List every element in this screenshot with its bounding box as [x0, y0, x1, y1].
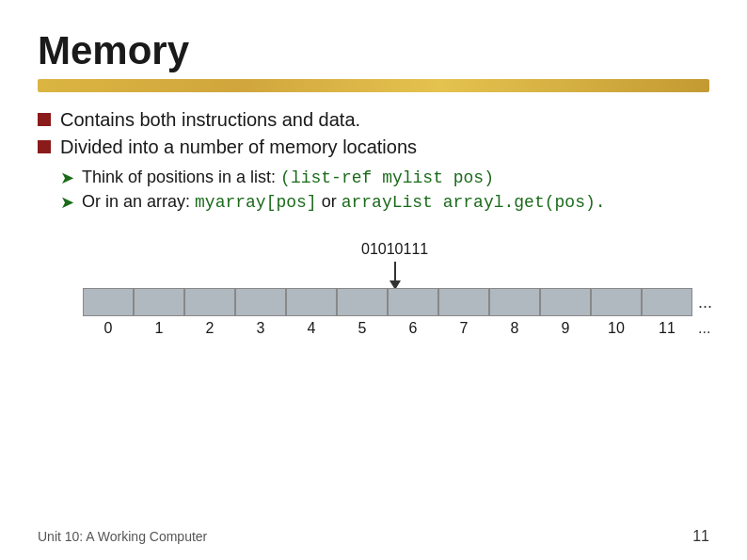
sub2-code1: myarray[pos] [195, 193, 317, 212]
sub1-code: (list-ref mylist pos) [280, 168, 494, 187]
diagram-area: 01010111 [38, 241, 709, 337]
memory-ellipsis: ... [698, 293, 712, 312]
bullet-item-2: Divided into a number of memory location… [38, 136, 709, 158]
memory-cell-1 [134, 288, 184, 316]
index-1: 1 [134, 320, 184, 337]
index-ellipsis: ... [698, 320, 710, 337]
arrow-bullet-1: ➤ [60, 168, 74, 188]
memory-row: ... [83, 288, 712, 316]
bullet-item-1: Contains both instructions and data. [38, 109, 709, 131]
sub-bullet-text-1: Think of positions in a list: (list-ref … [82, 168, 494, 187]
memory-cell-10 [591, 288, 642, 316]
sub1-prefix: Think of positions in a list: [82, 168, 280, 186]
index-11: 11 [642, 320, 692, 337]
binary-label: 01010111 [361, 241, 428, 258]
bullet-square-2 [38, 140, 51, 153]
index-7: 7 [438, 320, 489, 337]
footer-right: 11 [692, 528, 709, 545]
sub2-middle: or [317, 192, 342, 211]
index-2: 2 [184, 320, 235, 337]
bullet-text-2: Divided into a number of memory location… [60, 136, 417, 158]
memory-cell-2 [184, 288, 235, 316]
page-title: Memory [38, 28, 709, 73]
title-underline [38, 79, 709, 92]
memory-cell-8 [489, 288, 540, 316]
memory-cell-7 [438, 288, 489, 316]
slide: Memory Contains both instructions and da… [0, 0, 747, 560]
memory-cell-11 [642, 288, 692, 316]
memory-cell-5 [337, 288, 388, 316]
index-0: 0 [83, 320, 134, 337]
index-8: 8 [489, 320, 540, 337]
memory-cell-0 [83, 288, 134, 316]
memory-cell-6 [388, 288, 438, 316]
arrow-bullet-2: ➤ [60, 192, 74, 213]
sub2-code2: arrayList arrayl.get(pos). [342, 193, 606, 212]
sub2-prefix: Or in an array: [82, 192, 195, 211]
index-row: 0 1 2 3 4 5 6 7 8 9 10 11 ... [83, 320, 710, 337]
main-bullet-list: Contains both instructions and data. Div… [38, 109, 709, 158]
bullet-square-1 [38, 113, 51, 126]
memory-cells [83, 288, 692, 316]
index-9: 9 [540, 320, 591, 337]
sub-bullet-list: ➤ Think of positions in a list: (list-re… [60, 168, 709, 213]
index-10: 10 [591, 320, 642, 337]
index-4: 4 [286, 320, 337, 337]
memory-cell-4 [286, 288, 337, 316]
footer-left: Unit 10: A Working Computer [38, 529, 207, 544]
binary-arrow-group: 01010111 [361, 241, 428, 290]
sub-bullet-item-2: ➤ Or in an array: myarray[pos] or arrayL… [60, 192, 709, 213]
memory-cell-3 [235, 288, 286, 316]
index-6: 6 [388, 320, 438, 337]
arrow-down [389, 262, 401, 290]
index-3: 3 [235, 320, 286, 337]
index-5: 5 [337, 320, 388, 337]
sub-bullet-text-2: Or in an array: myarray[pos] or arrayLis… [82, 192, 606, 212]
bullet-text-1: Contains both instructions and data. [60, 109, 360, 131]
sub-bullet-item-1: ➤ Think of positions in a list: (list-re… [60, 168, 709, 188]
ellipsis-text: ... [698, 293, 712, 312]
arrow-line [394, 262, 396, 280]
footer: Unit 10: A Working Computer 11 [38, 528, 709, 545]
memory-cell-9 [540, 288, 591, 316]
